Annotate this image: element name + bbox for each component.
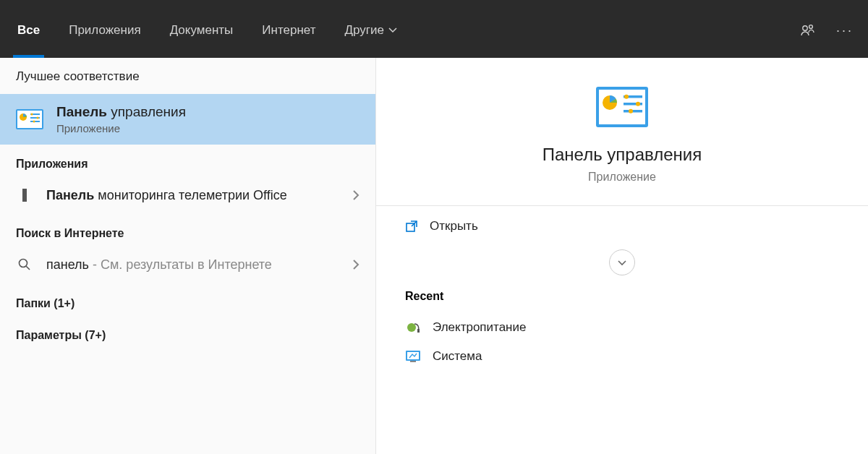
tab-more[interactable]: Другие	[341, 3, 399, 58]
svg-point-8	[31, 113, 33, 116]
svg-rect-28	[407, 352, 419, 359]
svg-rect-19	[624, 110, 642, 113]
tab-apps[interactable]: Приложения	[66, 3, 143, 58]
svg-point-9	[37, 117, 39, 119]
best-match-result[interactable]: Панель управления Приложение	[0, 94, 375, 145]
chevron-down-icon	[388, 27, 397, 33]
control-panel-icon	[16, 109, 43, 129]
recent-item-system[interactable]: Система	[405, 342, 839, 371]
tab-all[interactable]: Все	[14, 3, 43, 58]
chevron-right-icon	[352, 259, 359, 270]
app-result-office-telemetry[interactable]: Панель мониторинга телеметрии Office	[0, 176, 375, 214]
best-match-text: Панель управления Приложение	[56, 104, 186, 134]
settings-category[interactable]: Параметры (7+)	[0, 316, 375, 348]
preview-header: Панель управления Приложение	[376, 58, 868, 205]
svg-point-22	[629, 109, 633, 113]
open-action[interactable]: Открыть	[376, 205, 868, 247]
web-category-header: Поиск в Интернете	[0, 214, 375, 246]
svg-rect-29	[410, 361, 416, 362]
tab-documents[interactable]: Документы	[167, 3, 237, 58]
svg-rect-26	[417, 329, 420, 333]
search-icon	[16, 258, 33, 271]
svg-rect-11	[22, 189, 27, 202]
chevron-right-icon	[352, 189, 359, 201]
system-icon	[405, 350, 421, 363]
svg-point-12	[20, 260, 27, 267]
feedback-icon[interactable]	[800, 22, 816, 38]
app-generic-icon	[16, 189, 33, 202]
open-external-icon	[405, 220, 418, 233]
svg-point-1	[809, 25, 813, 29]
svg-point-20	[624, 95, 629, 99]
best-match-header: Лучшее соответствие	[0, 58, 375, 94]
expand-toggle[interactable]	[609, 249, 635, 275]
recent-item-power[interactable]: Электропитание	[405, 313, 839, 342]
recent-header: Recent	[405, 290, 839, 303]
search-tabs-bar: Все Приложения Документы Интернет Другие…	[0, 0, 868, 58]
control-panel-icon-large	[596, 87, 648, 127]
apps-category-header: Приложения	[0, 145, 375, 176]
svg-point-0	[803, 26, 807, 30]
svg-point-21	[636, 102, 640, 106]
results-panel: Лучшее соответствие Панель управления Пр…	[0, 58, 376, 454]
web-search-result[interactable]: панель - См. результаты в Интернете	[0, 246, 375, 283]
tab-web[interactable]: Интернет	[259, 3, 318, 58]
preview-title: Панель управления	[391, 145, 854, 165]
folders-category[interactable]: Папки (1+)	[0, 284, 375, 316]
more-options-icon[interactable]: ···	[836, 23, 854, 38]
svg-point-10	[33, 121, 35, 123]
power-options-icon	[405, 321, 421, 334]
svg-line-13	[26, 267, 30, 270]
preview-panel: Панель управления Приложение Открыть Rec…	[376, 58, 868, 454]
recent-section: Recent Электропитание Система	[376, 290, 868, 371]
topbar-right: ···	[800, 22, 854, 38]
preview-subtitle: Приложение	[391, 171, 854, 184]
tabs-container: Все Приложения Документы Интернет Другие	[14, 3, 400, 58]
